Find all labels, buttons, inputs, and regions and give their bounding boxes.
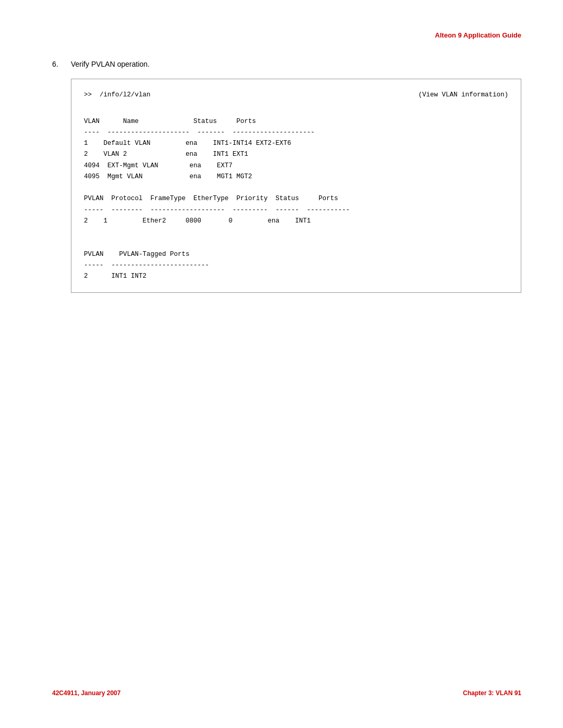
- code-line: [84, 105, 508, 116]
- code-line: 4094 EXT-Mgmt VLAN ena EXT7: [84, 161, 508, 171]
- code-line: ---- --------------------- ------- -----…: [84, 127, 508, 138]
- code-line: ----- -------------------------: [84, 260, 508, 271]
- content-section: 6. Verify PVLAN operation. >> /info/l2/v…: [52, 60, 521, 293]
- step-text: Verify PVLAN operation.: [71, 60, 150, 68]
- code-line: 2 1 Ether2 0800 0 ena INT1: [84, 216, 508, 227]
- footer-right: Chapter 3: VLAN 91: [463, 689, 521, 697]
- code-line: [84, 182, 508, 193]
- code-line: PVLAN Protocol FrameType EtherType Prior…: [84, 193, 508, 204]
- step-number: 6.: [52, 60, 63, 68]
- code-line: 1 Default VLAN ena INT1-INT14 EXT2-EXT6: [84, 138, 508, 149]
- code-box: >> /info/l2/vlan(View VLAN information) …: [71, 79, 521, 293]
- code-prompt: >> /info/l2/vlan: [84, 90, 151, 101]
- step-6: 6. Verify PVLAN operation.: [52, 60, 521, 68]
- footer-left: 42C4911, January 2007: [52, 689, 120, 697]
- page-footer: 42C4911, January 2007 Chapter 3: VLAN 91: [52, 689, 521, 697]
- code-line: 2 INT1 INT2: [84, 271, 508, 282]
- code-line: VLAN Name Status Ports: [84, 116, 508, 127]
- page-header: Alteon 9 Application Guide: [52, 31, 521, 39]
- code-line: [84, 227, 508, 238]
- code-line: ----- -------- ------------------- -----…: [84, 205, 508, 216]
- code-line: 4095 Mgmt VLAN ena MGT1 MGT2: [84, 171, 508, 182]
- code-comment: (View VLAN information): [418, 90, 508, 101]
- page-container: Alteon 9 Application Guide 6. Verify PVL…: [0, 0, 563, 728]
- code-line: 2 VLAN 2 ena INT1 EXT1: [84, 149, 508, 160]
- code-line: [84, 238, 508, 249]
- header-title: Alteon 9 Application Guide: [435, 31, 521, 39]
- code-line: PVLAN PVLAN-Tagged Ports: [84, 249, 508, 260]
